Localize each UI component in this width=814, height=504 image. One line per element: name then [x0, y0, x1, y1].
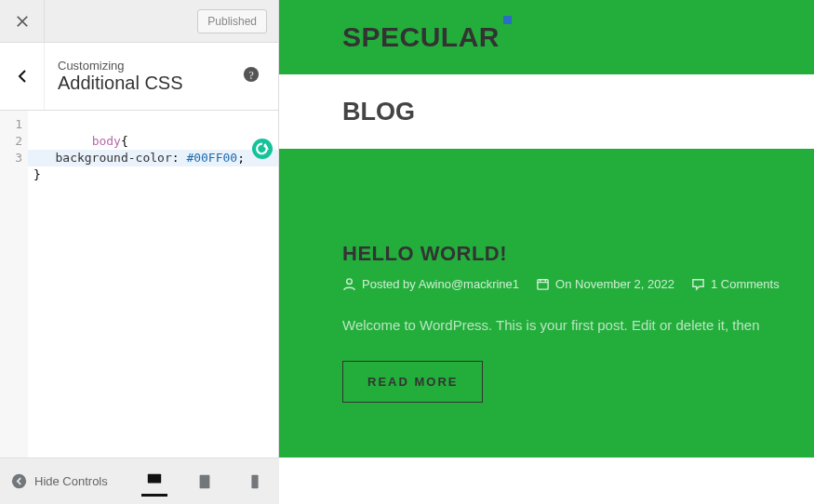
hide-controls-button[interactable]: Hide Controls [0, 473, 130, 489]
close-icon [16, 15, 29, 28]
back-button[interactable] [0, 43, 45, 110]
customizer-footer: Hide Controls [0, 458, 279, 504]
device-mobile-button[interactable] [242, 467, 268, 497]
svg-point-4 [12, 474, 26, 488]
customizer-sidebar: Published Customizing Additional CSS ? 1… [0, 0, 279, 458]
code-line: background-color: #00FF00; [28, 150, 278, 166]
css-editor[interactable]: 1 2 3 body{ background-color: #00FF00;} [0, 111, 278, 458]
read-more-button[interactable]: READ MORE [342, 361, 483, 403]
section-titles: Customizing Additional CSS [45, 59, 243, 94]
page-title: BLOG [342, 98, 415, 126]
line-number: 3 [0, 150, 22, 166]
svg-point-9 [254, 485, 255, 486]
device-desktop-button[interactable] [141, 467, 167, 497]
section-subtitle: Customizing [58, 59, 243, 73]
svg-point-7 [204, 485, 205, 486]
line-gutter: 1 2 3 [0, 111, 28, 458]
meta-author[interactable]: Posted by Awino@mackrine1 [342, 277, 519, 291]
comment-icon [691, 277, 705, 291]
publish-cell: Published [45, 0, 278, 42]
code-line: } [33, 167, 41, 181]
code-content[interactable]: body{ background-color: #00FF00;} [28, 111, 278, 458]
collapse-icon [11, 473, 27, 489]
post-excerpt: Welcome to WordPress. This is your first… [342, 317, 814, 333]
site-brand[interactable]: SPECULAR [342, 21, 500, 53]
close-button[interactable] [0, 0, 45, 42]
line-number: 1 [0, 116, 22, 133]
help-icon: ? [243, 66, 260, 83]
help-button[interactable]: ? [243, 66, 269, 86]
post-title[interactable]: HELLO WORLD! [342, 242, 814, 266]
site-header: SPECULAR [279, 0, 814, 74]
section-header: Customizing Additional CSS ? [0, 43, 278, 111]
mobile-icon [247, 473, 263, 490]
page-title-bar: BLOG [279, 74, 814, 149]
code-line: body{ [92, 134, 128, 148]
calendar-icon [536, 277, 550, 291]
svg-rect-3 [538, 280, 548, 289]
svg-rect-5 [148, 474, 161, 484]
svg-point-2 [347, 279, 353, 285]
svg-text:?: ? [248, 70, 253, 82]
published-button[interactable]: Published [197, 9, 267, 33]
post-meta: Posted by Awino@mackrine1 On November 2,… [342, 277, 814, 291]
meta-date[interactable]: On November 2, 2022 [536, 277, 674, 291]
brand-badge-icon [503, 16, 512, 24]
customizer-topbar: Published [0, 0, 278, 43]
line-number: 2 [0, 133, 22, 150]
chevron-left-icon [15, 69, 30, 84]
desktop-icon [146, 471, 163, 488]
hide-controls-label: Hide Controls [34, 474, 108, 488]
device-buttons [130, 467, 279, 497]
site-preview: SPECULAR BLOG HELLO WORLD! Posted by Awi… [279, 0, 814, 458]
device-tablet-button[interactable] [192, 467, 218, 497]
post: HELLO WORLD! Posted by Awino@mackrine1 O… [279, 149, 814, 458]
user-icon [342, 277, 356, 291]
meta-comments[interactable]: 1 Comments [691, 277, 780, 291]
section-title: Additional CSS [58, 73, 243, 94]
tablet-icon [196, 473, 213, 490]
grammarly-icon[interactable] [252, 139, 273, 159]
